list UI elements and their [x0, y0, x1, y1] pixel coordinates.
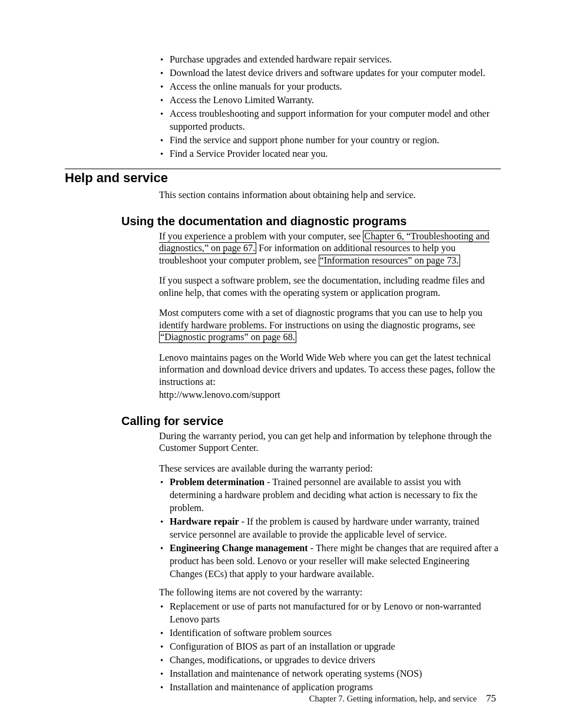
list-item: Access the Lenovo Limited Warranty. — [159, 94, 501, 107]
list-item: Problem determination - Trained personne… — [159, 476, 501, 515]
heading-calling-for-service: Calling for service — [121, 414, 501, 428]
calling-block: During the warranty period, you can get … — [159, 430, 501, 694]
heading-help-and-service: Help and service — [65, 170, 501, 186]
heading-using-docs: Using the documentation and diagnostic p… — [121, 215, 501, 228]
list-item: Engineering Change management - There mi… — [159, 542, 501, 581]
paragraph: During the warranty period, you can get … — [159, 430, 501, 454]
paragraph: If you suspect a software problem, see t… — [159, 275, 501, 299]
paragraph: These services are available during the … — [159, 463, 501, 475]
list-item: Installation and maintenance of network … — [159, 667, 501, 680]
list-item: Configuration of BIOS as part of an inst… — [159, 640, 501, 653]
term: Problem determination — [170, 477, 265, 487]
help-intro-block: This section contains information about … — [159, 189, 501, 202]
paragraph: If you experience a problem with your co… — [159, 230, 501, 267]
text: Most computers come with a set of diagno… — [159, 308, 482, 331]
list-item: Installation and maintenance of applicat… — [159, 681, 501, 694]
list-item: Find a Service Provider located near you… — [159, 147, 501, 160]
list-item: Changes, modifications, or upgrades to d… — [159, 654, 501, 667]
not-covered-list: Replacement or use of parts not manufact… — [159, 600, 501, 694]
term: Engineering Change management — [170, 543, 308, 554]
list-item: Replacement or use of parts not manufact… — [159, 600, 501, 626]
footer-page-number: 75 — [486, 693, 496, 704]
list-item: Download the latest device drivers and s… — [159, 67, 501, 80]
paragraph: Lenovo maintains pages on the World Wide… — [159, 352, 501, 388]
text: If you experience a problem with your co… — [159, 231, 363, 242]
list-item: Access the online manuals for your produ… — [159, 80, 501, 93]
list-item: Hardware repair - If the problem is caus… — [159, 515, 501, 541]
top-bullet-list: Purchase upgrades and extended hardware … — [159, 53, 501, 160]
list-item: Identification of software problem sourc… — [159, 627, 501, 640]
page-content: Purchase upgrades and extended hardware … — [65, 53, 501, 700]
list-item: Purchase upgrades and extended hardware … — [159, 53, 501, 66]
xref-link-info-resources[interactable]: “Information resources” on page 73. — [319, 255, 460, 266]
paragraph: This section contains information about … — [159, 189, 501, 202]
section-rule — [65, 169, 501, 169]
using-docs-block: If you experience a problem with your co… — [159, 230, 501, 401]
top-bullet-block: Purchase upgrades and extended hardware … — [159, 53, 501, 160]
list-item: Access troubleshooting and support infor… — [159, 107, 501, 133]
xref-link-diagnostic-programs[interactable]: “Diagnostic programs” on page 68. — [159, 331, 296, 343]
list-item: Find the service and support phone numbe… — [159, 134, 501, 147]
page-footer: Chapter 7. Getting information, help, an… — [309, 693, 496, 704]
paragraph: The following items are not covered by t… — [159, 587, 501, 599]
footer-chapter: Chapter 7. Getting information, help, an… — [309, 694, 477, 703]
term: Hardware repair — [170, 516, 239, 527]
paragraph: Most computers come with a set of diagno… — [159, 307, 501, 344]
services-list: Problem determination - Trained personne… — [159, 476, 501, 581]
url-text: http://www.lenovo.com/support — [159, 389, 501, 401]
